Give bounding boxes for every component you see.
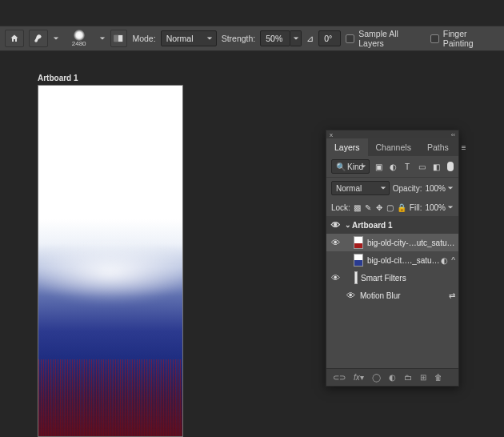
layer-name: big-old-cit…._saturated bbox=[367, 256, 441, 265]
fill-value[interactable]: 100% bbox=[425, 203, 446, 212]
mode-label: Mode: bbox=[132, 34, 155, 43]
angle-icon: ⊿ bbox=[306, 34, 314, 43]
layer-thumbnail bbox=[354, 254, 363, 267]
canvas-haze bbox=[38, 240, 183, 303]
angle-field[interactable]: 0° bbox=[318, 30, 341, 46]
adjustment-layer-icon[interactable]: ◐ bbox=[389, 373, 396, 382]
brush-settings-button[interactable] bbox=[110, 30, 128, 47]
group-icon[interactable]: 🗀 bbox=[404, 373, 412, 382]
lock-position-icon[interactable]: ✥ bbox=[375, 202, 382, 213]
smart-filter-item[interactable]: 👁 Motion Blur ⇄ bbox=[326, 287, 458, 304]
blend-opacity-row: Normal Opacity: 100% bbox=[326, 178, 458, 198]
sample-all-layers-checkbox[interactable]: Sample All Layers bbox=[346, 29, 426, 48]
filter-type-icon[interactable]: T bbox=[402, 161, 413, 172]
strength-field[interactable]: 50% bbox=[260, 30, 290, 46]
filter-settings-icon[interactable]: ⇄ bbox=[449, 291, 455, 300]
mode-value: Normal bbox=[166, 34, 194, 43]
filter-kind-dropdown[interactable]: 🔍Kind bbox=[331, 159, 370, 174]
opacity-value[interactable]: 100% bbox=[425, 184, 446, 193]
finger-painting-checkbox[interactable]: Finger Painting bbox=[430, 29, 499, 48]
sample-all-layers-label: Sample All Layers bbox=[358, 29, 426, 48]
layers-panel: x ‹‹ Layers Channels Paths ≡ 🔍Kind ▣ ◐ T… bbox=[326, 130, 459, 387]
smart-filters-row[interactable]: 👁 Smart Filters bbox=[326, 269, 458, 287]
panel-menu-icon[interactable]: ≡ bbox=[457, 143, 471, 152]
mode-dropdown[interactable]: Normal bbox=[161, 30, 217, 46]
brush-preset-picker[interactable]: 2480 bbox=[64, 30, 94, 47]
layer-fx-icon[interactable]: fx▾ bbox=[354, 373, 364, 382]
lock-transparency-icon[interactable]: ▩ bbox=[354, 202, 361, 213]
strength-label: Strength: bbox=[222, 34, 256, 43]
brush-size-value: 2480 bbox=[72, 41, 86, 47]
panel-collapse-icon[interactable]: ‹‹ bbox=[451, 131, 455, 138]
lock-artboard-icon[interactable]: ▢ bbox=[386, 202, 393, 213]
visibility-eye-icon[interactable]: 👁 bbox=[331, 220, 340, 230]
canvas-streaks bbox=[38, 359, 182, 436]
panel-tabs: Layers Channels Paths ≡ bbox=[326, 138, 458, 156]
chevron-down-icon[interactable] bbox=[447, 204, 454, 210]
layer-filter-row: 🔍Kind ▣ ◐ T ▭ ◧ bbox=[326, 156, 458, 178]
visibility-eye-icon[interactable]: 👁 bbox=[331, 238, 340, 247]
finger-painting-label: Finger Painting bbox=[443, 29, 499, 48]
filter-adjustment-icon[interactable]: ◐ bbox=[387, 161, 398, 172]
chevron-down-icon bbox=[206, 35, 213, 42]
artboard-canvas[interactable] bbox=[38, 85, 183, 437]
smart-object-icon: ◐ bbox=[441, 256, 448, 265]
filter-name: Motion Blur bbox=[357, 291, 449, 300]
panel-titlebar[interactable]: x ‹‹ bbox=[326, 130, 458, 138]
tab-paths[interactable]: Paths bbox=[419, 138, 457, 156]
options-bar: 2480 Mode: Normal Strength: 50% ⊿ 0° Sam… bbox=[0, 26, 504, 51]
strength-chevron[interactable] bbox=[290, 30, 302, 46]
visibility-eye-icon[interactable]: 👁 bbox=[344, 291, 357, 300]
lock-label: Lock: bbox=[331, 203, 350, 212]
svg-rect-1 bbox=[114, 35, 118, 42]
filter-smart-icon[interactable]: ◧ bbox=[430, 161, 442, 172]
layer-mask-icon[interactable]: ◯ bbox=[372, 373, 381, 382]
artboard-name: Artboard 1 bbox=[352, 221, 455, 230]
layer-name: big-old-city-…utc_saturated bbox=[367, 239, 455, 247]
smudge-tool-icon[interactable] bbox=[29, 30, 48, 47]
layers-panel-footer: ⊂⊃ fx▾ ◯ ◐ 🗀 ⊞ 🗑 bbox=[326, 368, 458, 386]
layer-row-1[interactable]: 👁 big-old-city-…utc_saturated bbox=[326, 234, 458, 251]
layer-artboard-row[interactable]: 👁 ⌄ Artboard 1 bbox=[326, 216, 458, 234]
home-button[interactable] bbox=[5, 30, 24, 47]
chevron-down-icon[interactable] bbox=[447, 185, 454, 191]
smart-filters-thumbnail bbox=[354, 271, 358, 284]
brush-tip-icon bbox=[74, 30, 85, 41]
new-layer-icon[interactable]: ⊞ bbox=[420, 373, 426, 382]
visibility-eye-icon[interactable]: 👁 bbox=[331, 273, 340, 283]
fill-label: Fill: bbox=[410, 203, 422, 212]
filter-toggle[interactable] bbox=[447, 162, 454, 171]
artboard-title: Artboard 1 bbox=[38, 74, 78, 82]
opacity-label: Opacity: bbox=[393, 184, 422, 193]
tab-layers[interactable]: Layers bbox=[326, 138, 368, 156]
delete-layer-icon[interactable]: 🗑 bbox=[434, 373, 442, 382]
lock-all-icon[interactable]: 🔒 bbox=[397, 202, 406, 213]
blend-mode-dropdown[interactable]: Normal bbox=[331, 181, 390, 195]
filter-pixel-icon[interactable]: ▣ bbox=[373, 161, 384, 172]
twisty-icon[interactable]: ⌄ bbox=[344, 221, 352, 229]
panel-close-icon[interactable]: x bbox=[330, 131, 333, 138]
brush-chevron-icon[interactable] bbox=[99, 35, 106, 42]
filter-shape-icon[interactable]: ▭ bbox=[416, 161, 427, 172]
layer-tree-empty bbox=[326, 304, 458, 368]
checkbox-icon bbox=[346, 34, 354, 43]
layer-row-2[interactable]: big-old-cit…._saturated ◐ ^ bbox=[326, 251, 458, 269]
expand-chevron-icon[interactable]: ^ bbox=[451, 256, 455, 265]
layer-tree: 👁 ⌄ Artboard 1 👁 big-old-city-…utc_satur… bbox=[326, 216, 458, 368]
link-layers-icon[interactable]: ⊂⊃ bbox=[333, 373, 346, 382]
checkbox-icon bbox=[430, 34, 439, 43]
layer-thumbnail bbox=[354, 236, 363, 249]
lock-fill-row: Lock: ▩ ✎ ✥ ▢ 🔒 Fill: 100% bbox=[326, 198, 458, 216]
tool-preset-chevron-icon[interactable] bbox=[53, 35, 59, 42]
lock-brush-icon[interactable]: ✎ bbox=[364, 202, 371, 213]
tab-channels[interactable]: Channels bbox=[368, 138, 419, 156]
smart-filters-label: Smart Filters bbox=[361, 274, 455, 283]
